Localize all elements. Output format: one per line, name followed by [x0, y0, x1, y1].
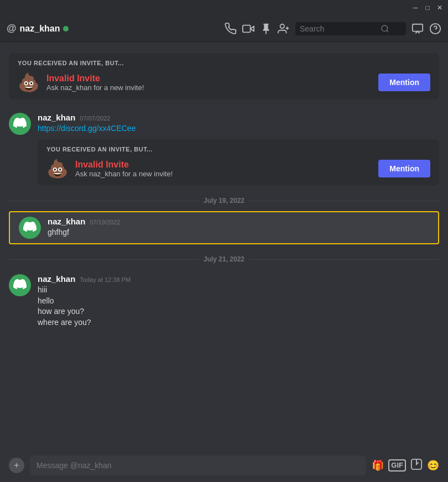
mention-button-1[interactable]: Mention	[378, 74, 430, 91]
input-area: + 🎁 GIF 😊	[0, 449, 448, 482]
phone-icon[interactable]	[225, 23, 237, 35]
date-line-left-july21	[9, 259, 199, 260]
message-content-highlighted: naz_khan 07/19/2022 ghfhgf	[48, 217, 429, 238]
svg-point-2	[280, 24, 284, 28]
date-divider-july19: July 19, 2022	[0, 188, 448, 209]
avatar-latest	[9, 274, 31, 296]
help-icon[interactable]	[429, 23, 441, 35]
date-line-right	[249, 201, 439, 201]
date-line-right-july21	[249, 259, 439, 260]
header-actions	[225, 22, 441, 35]
invite-header-1: YOU RECEIVED AN INVITE, BUT...	[18, 60, 430, 66]
date-divider-july21: July 21, 2022	[0, 247, 448, 268]
message-content-1: naz_khan 07/07/2022 https://discord.gg/x…	[38, 113, 439, 133]
message-username-1: naz_khan	[38, 113, 75, 122]
search-bar[interactable]	[295, 22, 406, 35]
inbox-icon[interactable]	[411, 23, 424, 35]
minimize-button[interactable]: ─	[411, 4, 419, 12]
at-icon: @	[7, 23, 17, 34]
search-input[interactable]	[300, 24, 377, 33]
invite-body-2: 💩 Invalid Invite Ask naz_khan for a new …	[46, 158, 430, 179]
avatar-discord-icon-1	[13, 116, 27, 132]
date-label-july21: July 21, 2022	[204, 255, 244, 263]
pin-icon[interactable]	[260, 23, 272, 35]
online-status-dot	[63, 26, 69, 32]
invite-info-1: Invalid Invite Ask naz_khan for a new in…	[46, 74, 372, 92]
avatar-discord-icon-highlighted	[23, 220, 37, 236]
message-timestamp-latest: Today at 12:38 PM	[80, 276, 131, 283]
username-label: naz_khan	[20, 24, 60, 34]
svg-line-6	[387, 30, 388, 32]
title-bar: ─ □ ✕	[0, 0, 448, 15]
avatar-1	[9, 113, 31, 135]
message-line: hiii	[38, 285, 439, 296]
invalid-invite-icon-1: 💩	[18, 72, 40, 93]
invite-subtitle-2: Ask naz_khan for a new invite!	[75, 170, 372, 178]
emoji-icon[interactable]: 😊	[427, 459, 439, 471]
svg-rect-1	[243, 25, 251, 32]
message-group-highlighted: naz_khan 07/19/2022 ghfhgf	[9, 211, 439, 244]
message-line: hello	[38, 296, 439, 307]
avatar-discord-icon-latest	[13, 277, 27, 294]
message-meta-1: naz_khan 07/07/2022	[38, 113, 439, 122]
input-icons: 🎁 GIF 😊	[372, 458, 439, 473]
invite-header-2: YOU RECEIVED AN INVITE, BUT...	[46, 146, 430, 153]
video-icon[interactable]	[242, 23, 254, 35]
svg-marker-0	[251, 26, 254, 31]
message-username-latest: naz_khan	[38, 274, 75, 284]
invite-card-2: YOU RECEIVED AN INVITE, BUT... 💩 Invalid…	[38, 139, 439, 186]
avatar-highlighted	[19, 217, 41, 239]
message-content-latest: naz_khan Today at 12:38 PM hiiihellohow …	[38, 274, 439, 328]
message-meta-latest: naz_khan Today at 12:38 PM	[38, 274, 439, 284]
invite-subtitle-1: Ask naz_khan for a new invite!	[46, 83, 372, 92]
user-info: @ naz_khan	[7, 23, 69, 34]
message-username-highlighted: naz_khan	[48, 217, 85, 226]
search-icon	[381, 24, 389, 33]
header: @ naz_khan	[0, 15, 448, 42]
message-timestamp-1: 07/07/2022	[80, 115, 110, 122]
gift-icon[interactable]: 🎁	[372, 459, 384, 471]
invite-body-1: 💩 Invalid Invite Ask naz_khan for a new …	[18, 72, 430, 93]
add-friend-icon[interactable]	[278, 23, 290, 35]
message-lines-latest: hiiihellohow are you?where are you?	[38, 285, 439, 328]
sticker-icon[interactable]	[410, 458, 423, 473]
message-group-1: naz_khan 07/07/2022 https://discord.gg/x…	[0, 111, 448, 137]
invite-title-1: Invalid Invite	[46, 74, 372, 83]
close-button[interactable]: ✕	[436, 4, 444, 12]
invite-info-2: Invalid Invite Ask naz_khan for a new in…	[75, 160, 372, 178]
date-label-july19: July 19, 2022	[204, 197, 244, 205]
maximize-button[interactable]: □	[424, 4, 431, 12]
message-timestamp-highlighted: 07/19/2022	[90, 219, 120, 226]
svg-point-5	[382, 25, 388, 32]
mention-button-2[interactable]: Mention	[378, 160, 430, 177]
message-group-latest: naz_khan Today at 12:38 PM hiiihellohow …	[0, 272, 448, 330]
add-content-button[interactable]: +	[9, 458, 24, 473]
date-line-left	[9, 201, 199, 201]
svg-rect-7	[413, 24, 423, 31]
message-input[interactable]	[30, 455, 366, 475]
invite-title-2: Invalid Invite	[75, 160, 372, 170]
gif-button[interactable]: GIF	[388, 459, 406, 471]
message-line: how are you?	[38, 306, 439, 317]
messages-area: YOU RECEIVED AN INVITE, BUT... 💩 Invalid…	[0, 42, 448, 449]
invite-card-1: YOU RECEIVED AN INVITE, BUT... 💩 Invalid…	[9, 53, 439, 99]
message-link-1[interactable]: https://discord.gg/xx4CECee	[38, 124, 136, 133]
message-line: where are you?	[38, 317, 439, 328]
message-text-highlighted: ghfhgf	[48, 227, 429, 238]
message-meta-highlighted: naz_khan 07/19/2022	[48, 217, 429, 226]
invalid-invite-icon-2: 💩	[46, 158, 69, 179]
